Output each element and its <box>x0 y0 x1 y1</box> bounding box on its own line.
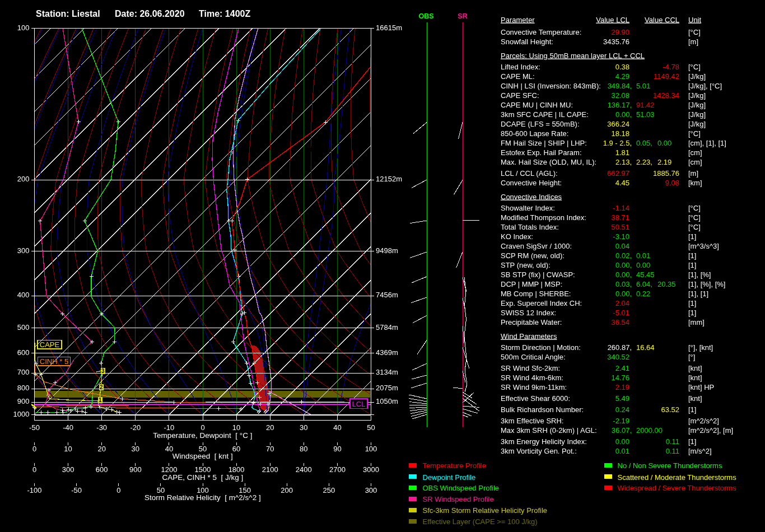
svg-text:-40: -40 <box>63 423 73 432</box>
svg-text:[J/kg]: [J/kg] <box>688 72 706 81</box>
svg-text:-5.01: -5.01 <box>613 309 629 317</box>
svg-text:0.00: 0.00 <box>615 437 629 446</box>
svg-text:[J/kg]: [J/kg] <box>688 91 706 100</box>
svg-text:9.08: 9.08 <box>665 179 679 187</box>
svg-text:CAPE MU | CINH MU:: CAPE MU | CINH MU: <box>501 101 573 109</box>
svg-text:Temperature Profile: Temperature Profile <box>423 461 486 470</box>
svg-text:14.76: 14.76 <box>611 374 629 382</box>
svg-text:5784m: 5784m <box>376 323 398 332</box>
svg-text:SR Wind 9km-11km:: SR Wind 9km-11km: <box>501 383 567 391</box>
svg-text:2.19: 2.19 <box>657 158 671 166</box>
svg-text:Exp. Supercell Index CH:: Exp. Supercell Index CH: <box>501 299 582 307</box>
svg-text:1500: 1500 <box>195 465 211 474</box>
svg-text:LCL / CCL (AGL):: LCL / CCL (AGL): <box>501 169 558 178</box>
svg-text:[J/kg]: [J/kg] <box>688 101 706 109</box>
svg-text:1.9 - 2.5,: 1.9 - 2.5, <box>603 139 632 147</box>
svg-text:200: 200 <box>281 486 293 494</box>
svg-text:800: 800 <box>17 384 30 392</box>
svg-text:SR Wind Sfc-2km:: SR Wind Sfc-2km: <box>501 364 560 372</box>
svg-text:300: 300 <box>17 246 30 255</box>
svg-text:0.00,: 0.00, <box>615 270 632 279</box>
svg-text:Craven SigSvr / 1000:: Craven SigSvr / 1000: <box>501 242 572 250</box>
svg-text:DCP | MMP | MSP:: DCP | MMP | MSP: <box>501 280 562 288</box>
svg-text:900: 900 <box>129 465 142 474</box>
svg-text:Precipitable Water:: Precipitable Water: <box>501 318 562 326</box>
svg-text:0.11: 0.11 <box>666 447 679 455</box>
svg-text:136.17,: 136.17, <box>608 101 632 109</box>
svg-text:[m^2/s^2], [m]: [m^2/s^2], [m] <box>688 426 733 435</box>
svg-text:[knt]: [knt] <box>688 374 702 382</box>
svg-text:1428.34: 1428.34 <box>653 91 679 100</box>
svg-text:-3.10: -3.10 <box>613 232 629 241</box>
svg-text:36.54: 36.54 <box>611 318 629 326</box>
svg-text:-100: -100 <box>27 486 41 494</box>
svg-text:FM Hail Size | SHIP | LHP:: FM Hail Size | SHIP | LHP: <box>501 139 587 147</box>
svg-text:[J/kg], [°C]: [J/kg], [°C] <box>688 82 722 90</box>
svg-text:[°C]: [°C] <box>688 63 701 71</box>
svg-text:600: 600 <box>96 465 108 474</box>
svg-text:366.24: 366.24 <box>607 120 629 128</box>
svg-text:2.04: 2.04 <box>615 299 629 307</box>
svg-text:-50: -50 <box>71 486 82 494</box>
svg-text:[cm]: [cm] <box>688 148 702 157</box>
svg-text:Temperature, Dewpoint [ °C ]: Temperature, Dewpoint [ °C ] <box>153 431 252 440</box>
svg-text:Estofex Exp. Hail Param:: Estofex Exp. Hail Param: <box>501 148 582 157</box>
svg-text:349.84,: 349.84, <box>608 82 632 90</box>
svg-text:45.45: 45.45 <box>636 270 655 279</box>
svg-text:[cm], [1], [1]: [cm], [1], [1] <box>688 139 726 147</box>
svg-text:90: 90 <box>333 445 341 453</box>
svg-text:50: 50 <box>367 423 375 432</box>
svg-text:OBS Windspeed Profile: OBS Windspeed Profile <box>423 484 500 492</box>
svg-text:-2.19: -2.19 <box>613 417 629 425</box>
svg-text:[1]: [1] <box>688 232 696 241</box>
svg-text:CAPE: CAPE <box>40 340 60 349</box>
svg-text:KO Index:: KO Index: <box>501 232 533 241</box>
svg-text:Convective Height:: Convective Height: <box>501 179 562 187</box>
svg-text:500m Critical Angle:: 500m Critical Angle: <box>501 353 566 361</box>
svg-text:Lifted Index:: Lifted Index: <box>501 63 540 71</box>
svg-text:850-600 Lapse Rate:: 850-600 Lapse Rate: <box>501 129 568 138</box>
svg-text:1.81: 1.81 <box>615 148 629 157</box>
svg-text:0.01: 0.01 <box>615 447 629 455</box>
svg-text:80: 80 <box>300 445 307 453</box>
svg-text:[°C]: [°C] <box>688 28 701 36</box>
svg-text:[1], [%], [%]: [1], [%], [%] <box>688 280 725 288</box>
svg-text:36.07,: 36.07, <box>612 426 632 435</box>
svg-text:Dewpoint Profile: Dewpoint Profile <box>423 473 476 482</box>
svg-text:[1]: [1] <box>688 437 696 446</box>
svg-text:Wind Parameters: Wind Parameters <box>501 332 557 340</box>
svg-text:16.64: 16.64 <box>636 343 655 352</box>
svg-text:[1], [1]: [1], [1] <box>688 290 708 298</box>
svg-text:Showalter Index:: Showalter Index: <box>501 204 555 212</box>
svg-text:6.04,: 6.04, <box>636 280 652 288</box>
svg-text:2075m: 2075m <box>376 384 398 392</box>
svg-text:3: 3 <box>101 368 105 374</box>
svg-text:CAPE, CINH * 5 [ J/kg ]: CAPE, CINH * 5 [ J/kg ] <box>162 473 243 482</box>
svg-text:[°], [knt]: [°], [knt] <box>688 343 713 352</box>
svg-text:63.52: 63.52 <box>661 405 679 414</box>
svg-text:70: 70 <box>266 445 274 453</box>
svg-text:Parcels: Using 50mB mean layer: Parcels: Using 50mB mean layer LCL + CCL <box>501 52 645 60</box>
svg-text:0.11: 0.11 <box>666 437 679 446</box>
svg-text:-20: -20 <box>130 423 141 432</box>
svg-text:SCP RM (new, old):: SCP RM (new, old): <box>501 251 565 260</box>
svg-text:0.00: 0.00 <box>657 139 671 147</box>
svg-text:12152m: 12152m <box>376 175 402 183</box>
svg-text:18.18: 18.18 <box>611 129 629 138</box>
svg-text:2100: 2100 <box>262 465 278 474</box>
svg-text:[m]: [m] <box>688 169 698 178</box>
svg-text:0.00,: 0.00, <box>615 261 632 269</box>
svg-text:2000.00: 2000.00 <box>636 426 663 435</box>
svg-text:100: 100 <box>17 24 30 32</box>
svg-text:[1]: [1] <box>688 309 696 317</box>
svg-text:5.49: 5.49 <box>615 394 629 403</box>
svg-text:260.87,: 260.87, <box>608 343 632 352</box>
svg-text:3km SFC CAPE | IL CAPE:: 3km SFC CAPE | IL CAPE: <box>501 110 589 119</box>
svg-text:1000: 1000 <box>13 410 30 418</box>
svg-text:300: 300 <box>62 465 74 474</box>
svg-text:SB STP (fix) | CWASP:: SB STP (fix) | CWASP: <box>501 270 575 279</box>
svg-text:38.71: 38.71 <box>611 213 629 222</box>
svg-text:[mm]: [mm] <box>688 318 705 326</box>
svg-text:4.45: 4.45 <box>615 179 629 187</box>
svg-text:SR Wind 4km-6km:: SR Wind 4km-6km: <box>501 374 563 382</box>
